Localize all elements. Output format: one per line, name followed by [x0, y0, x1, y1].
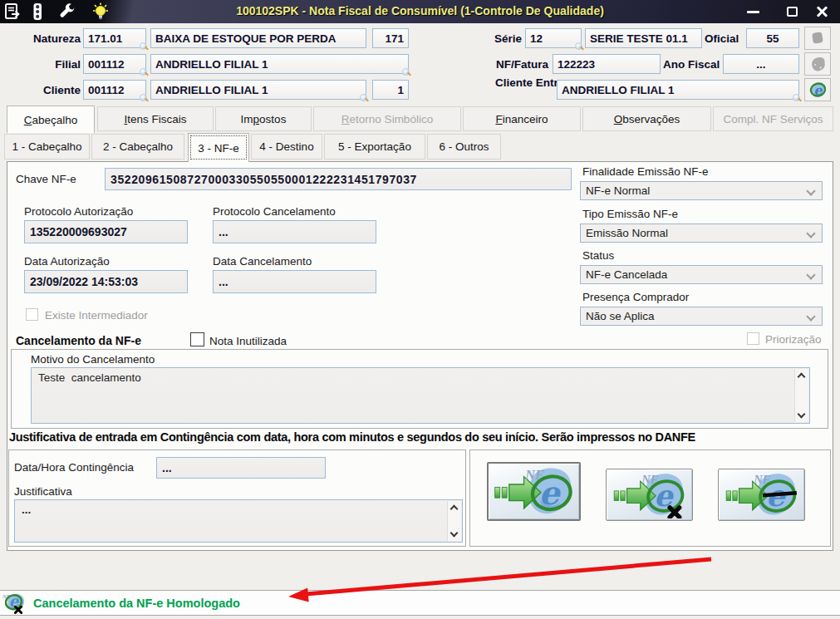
natureza-extra-field[interactable]: 171: [372, 28, 409, 48]
data-autorizacao-field[interactable]: 23/09/2022 14:53:03: [24, 270, 188, 293]
motivo-cancelamento-label: Motivo do Cancelamento: [31, 353, 155, 366]
oficial-action-button[interactable]: [804, 27, 831, 50]
nfe-cancel-button[interactable]: NF e: [606, 469, 693, 521]
cliente-entrega-label: Cliente Entrega: [495, 76, 553, 89]
ano-fiscal-action-button[interactable]: [804, 52, 831, 76]
subtab-3-nfe[interactable]: 3 - NF-e: [188, 133, 249, 162]
natureza-code-field[interactable]: 171.01: [83, 28, 146, 48]
maximize-button[interactable]: [787, 7, 798, 17]
data-hora-contingencia-field[interactable]: ...: [156, 457, 326, 479]
filial-label: Filial: [12, 58, 81, 71]
cliente-code-field[interactable]: 001112: [83, 80, 146, 100]
title-bar: 100102SPK - Nota Fiscal de Consumível (1…: [0, 0, 840, 23]
nfe-buttons-groupbox: NF e NF e: [469, 450, 831, 547]
lookup-magnifier-icon: [140, 42, 147, 50]
nfe-transmit-button[interactable]: NF e: [487, 462, 581, 521]
nf-fatura-field[interactable]: 122223: [553, 54, 661, 74]
finalidade-dropdown[interactable]: NF-e Normal: [580, 181, 823, 200]
tab-itens-fiscais[interactable]: Itens Fiscais: [97, 106, 214, 131]
natureza-label: Natureza: [12, 32, 81, 45]
subtab-2-cabecalho[interactable]: 2 - Cabeçalho: [91, 134, 184, 160]
justificativa-textarea[interactable]: ...: [14, 499, 463, 543]
status-dropdown[interactable]: NF-e Cancelada: [580, 265, 823, 284]
scroll-down-icon: [798, 410, 806, 419]
protocolo-autorizacao-label: Protocolo Autorização: [24, 205, 133, 218]
lookup-magnifier-icon: [360, 94, 367, 101]
close-button[interactable]: [815, 6, 828, 17]
chevron-down-icon: [803, 226, 820, 240]
status-bar: NFe Cancelamento da NF-e Homologado: [0, 590, 840, 616]
oficial-label: Oficial: [705, 32, 739, 45]
priorizacao-label: Priorização: [765, 333, 822, 346]
chevron-down-icon: [803, 268, 820, 282]
filial-code-field[interactable]: 001112: [83, 54, 146, 74]
protocolo-autorizacao-field[interactable]: 135220009693027: [24, 220, 188, 243]
justificativa-label: Justificativa: [14, 485, 72, 498]
cliente-label: Cliente: [12, 84, 81, 96]
chave-nfe-field[interactable]: 3522096150872700033055055000122223145179…: [105, 168, 572, 190]
motivo-cancelamento-textarea[interactable]: Teste cancelamento: [31, 367, 810, 424]
nfe-cancelled-icon: NFe: [2, 592, 25, 615]
nfe-transmit-icon: NF e: [490, 465, 577, 518]
cliente-entrega-field[interactable]: ANDRIELLO FILIAL 1: [557, 80, 799, 100]
svg-text:e: e: [813, 82, 823, 98]
nfe-inutilize-button[interactable]: NF e: [718, 469, 805, 521]
serie-label: Série: [455, 32, 522, 45]
tab-observacoes[interactable]: Observações: [582, 106, 711, 131]
scroll-up-icon: [798, 373, 806, 381]
tab-financeiro[interactable]: Financeiro: [463, 106, 581, 131]
subtab-1-cabecalho[interactable]: 1 - Cabeçalho: [4, 134, 90, 160]
brazil-map-gray-icon: [808, 55, 827, 73]
svg-text:e: e: [538, 474, 561, 512]
subtab-5-exportacao[interactable]: 5 - Exportação: [324, 134, 425, 160]
tipo-emissao-dropdown[interactable]: Emissão Normal: [580, 224, 823, 243]
nfe-cancel-icon: NF e: [608, 471, 690, 518]
chave-nfe-label: Chave NF-e: [16, 173, 76, 185]
priorizacao-checkbox[interactable]: [747, 332, 759, 345]
existe-intermediador-checkbox[interactable]: [26, 308, 38, 321]
data-cancelamento-field[interactable]: ...: [213, 270, 376, 293]
cancelamento-title: Cancelamento da NF-e: [16, 334, 141, 347]
finalidade-label: Finalidade Emissão NF-e: [582, 165, 709, 178]
lookup-magnifier-icon: [140, 68, 147, 76]
data-cancelamento-label: Data Cancelamento: [213, 255, 312, 268]
cliente-entrega-nfe-button[interactable]: e: [804, 78, 831, 101]
window-title: 100102SPK - Nota Fiscal de Consumível (1…: [0, 4, 840, 17]
motivo-cancelamento-groupbox: Motivo do Cancelamento Teste cancelament…: [11, 349, 828, 429]
cliente-desc-field[interactable]: ANDRIELLO FILIAL 1: [150, 80, 366, 100]
chevron-down-icon: [803, 184, 820, 198]
ano-fiscal-field[interactable]: ...: [723, 54, 799, 74]
minimize-button[interactable]: [747, 11, 759, 13]
serie-code-field[interactable]: 12: [525, 28, 582, 48]
serie-desc-field[interactable]: SERIE TESTE 01.1: [585, 28, 702, 48]
nota-inutilizada-label: Nota Inutilizada: [209, 335, 287, 347]
svg-text:e: e: [9, 592, 20, 610]
lookup-magnifier-icon: [140, 94, 147, 101]
protocolo-cancelamento-field[interactable]: ...: [213, 220, 376, 243]
presenca-comprador-dropdown[interactable]: Não se Aplica: [580, 307, 823, 326]
tab-impostos[interactable]: Impostos: [215, 106, 312, 131]
subtab-4-destino[interactable]: 4 - Destino: [251, 134, 322, 160]
chevron-down-icon: [803, 309, 820, 323]
lookup-magnifier-icon: [402, 68, 410, 76]
tab-cabecalho[interactable]: Cabeçalho: [7, 106, 95, 133]
oficial-field[interactable]: 55: [746, 28, 799, 48]
cliente-extra-field[interactable]: 1: [372, 80, 409, 100]
nota-inutilizada-checkbox[interactable]: [190, 332, 204, 346]
natureza-desc-field[interactable]: BAIXA DE ESTOQUE POR PERDA: [150, 28, 366, 48]
nfe-inutilize-icon: NF e: [720, 471, 803, 518]
data-autorizacao-label: Data Autorização: [24, 255, 110, 268]
scroll-down-icon: [450, 529, 459, 538]
tipo-emissao-label: Tipo Emissão NF-e: [582, 208, 678, 220]
presenca-comprador-label: Presença Comprador: [582, 291, 689, 303]
scroll-up-icon: [450, 505, 459, 513]
ano-fiscal-label: Ano Fiscal: [663, 58, 720, 71]
subtab-6-outros[interactable]: 6 - Outros: [427, 134, 501, 160]
contingencia-header: Justificativa de entrada em Contingência…: [9, 430, 695, 444]
filial-desc-field[interactable]: ANDRIELLO FILIAL 1: [150, 54, 409, 74]
vertical-scrollbar[interactable]: [794, 369, 808, 422]
protocolo-cancelamento-label: Protocolo Cancelamento: [213, 205, 336, 218]
contingencia-groupbox: Data/Hora Contingência ... Justificativa…: [8, 450, 466, 547]
vertical-scrollbar[interactable]: [447, 501, 461, 541]
gray-square-icon: [808, 29, 827, 47]
